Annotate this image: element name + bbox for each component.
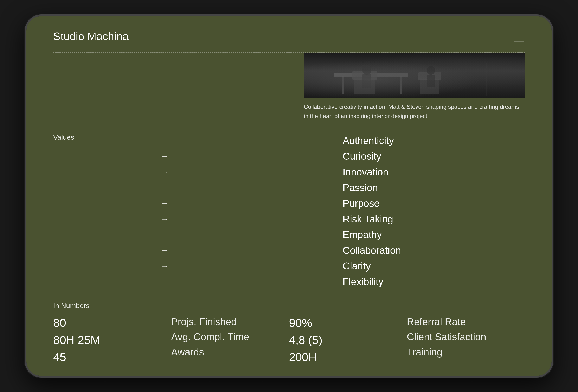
- svg-rect-4: [352, 71, 377, 80]
- value-item-6: Risk Taking: [343, 212, 525, 226]
- number-metric-3: 200H: [289, 350, 407, 364]
- number-value-3: 45: [53, 350, 171, 364]
- number-label-1: Projs. Finished: [171, 316, 289, 328]
- arrow-row-4: →: [161, 180, 343, 195]
- header: Studio Machina ——: [26, 16, 552, 52]
- values-section: Values → → → → → → → → → → Authenticity …: [26, 121, 552, 298]
- values-arrows-col: → → → → → → → → → →: [161, 133, 343, 289]
- number-label-3: Awards: [171, 346, 289, 358]
- value-item-10: Flexibility: [343, 274, 525, 289]
- svg-rect-3: [354, 78, 375, 94]
- arrow-row-3: →: [161, 165, 343, 179]
- caption-text: Collaborative creativity in action: Matt…: [304, 102, 525, 121]
- arrow-row-1: →: [161, 133, 343, 148]
- arrow-row-7: →: [161, 227, 343, 242]
- hero-image: [304, 53, 525, 98]
- values-label: Values: [53, 133, 74, 141]
- svg-point-7: [362, 65, 371, 75]
- number-metric-label-1: Referral Rate: [407, 316, 525, 328]
- furniture-silhouette: [321, 63, 507, 96]
- svg-rect-5: [421, 79, 439, 94]
- app-title: Studio Machina: [53, 30, 129, 43]
- numbers-grid: 80 80H 25M 45 Projs. Finished Avg. Compl…: [53, 316, 525, 364]
- number-metric-label-3: Training: [407, 346, 525, 358]
- values-list-col: Authenticity Curiosity Innovation Passio…: [343, 133, 525, 289]
- number-value-1: 80: [53, 316, 171, 330]
- value-item-3: Innovation: [343, 165, 525, 179]
- value-item-1: Authenticity: [343, 133, 525, 148]
- arrow-row-2: →: [161, 149, 343, 164]
- screen: Studio Machina ——: [26, 16, 552, 376]
- arrow-row-10: →: [161, 274, 343, 289]
- value-item-5: Purpose: [343, 196, 525, 211]
- arrow-icon-3: →: [161, 168, 168, 176]
- arrow-icon-10: →: [161, 277, 168, 286]
- svg-rect-0: [342, 76, 344, 94]
- svg-point-9: [427, 66, 435, 75]
- arrow-row-9: →: [161, 259, 343, 274]
- number-metric-1: 90%: [289, 316, 407, 330]
- numbers-col-values: 80 80H 25M 45: [53, 316, 171, 364]
- numbers-col-metric-labels: Referral Rate Client Satisfaction Traini…: [407, 316, 525, 364]
- arrow-icon-5: →: [161, 199, 168, 208]
- number-label-2: Avg. Compl. Time: [171, 331, 289, 343]
- arrow-icon-8: →: [161, 246, 168, 255]
- arrow-icon-1: →: [161, 136, 168, 145]
- numbers-label: In Numbers: [53, 302, 525, 310]
- svg-rect-8: [362, 75, 371, 88]
- svg-rect-6: [418, 72, 441, 80]
- value-item-8: Collaboration: [343, 243, 525, 258]
- number-value-2: 80H 25M: [53, 333, 171, 347]
- numbers-col-labels: Projs. Finished Avg. Compl. Time Awards: [171, 316, 289, 364]
- values-label-col: Values: [53, 133, 161, 289]
- arrow-row-8: →: [161, 243, 343, 258]
- caption-area: Collaborative creativity in action: Matt…: [26, 98, 552, 121]
- arrow-icon-2: →: [161, 152, 168, 161]
- arrow-icon-7: →: [161, 230, 168, 239]
- svg-rect-10: [427, 75, 435, 87]
- number-metric-label-2: Client Satisfaction: [407, 331, 525, 343]
- numbers-col-metrics: 90% 4,8 (5) 200H: [289, 316, 407, 364]
- numbers-section: In Numbers 80 80H 25M 45 Projs. Finished…: [26, 298, 552, 376]
- scroll-bar[interactable]: [545, 57, 545, 335]
- arrow-row-5: →: [161, 196, 343, 211]
- arrow-icon-4: →: [161, 183, 168, 192]
- value-item-7: Empathy: [343, 227, 525, 242]
- value-item-9: Clarity: [343, 259, 525, 274]
- svg-rect-2: [334, 73, 408, 77]
- svg-rect-1: [400, 76, 401, 94]
- value-item-4: Passion: [343, 180, 525, 195]
- image-section: [26, 53, 552, 98]
- value-item-2: Curiosity: [343, 149, 525, 164]
- arrow-icon-9: →: [161, 261, 168, 270]
- number-metric-2: 4,8 (5): [289, 333, 407, 347]
- scroll-thumb[interactable]: [545, 168, 545, 193]
- menu-icon[interactable]: ——: [514, 26, 525, 46]
- device-frame: Studio Machina ——: [25, 14, 553, 378]
- arrow-row-6: →: [161, 212, 343, 226]
- arrow-icon-6: →: [161, 215, 168, 223]
